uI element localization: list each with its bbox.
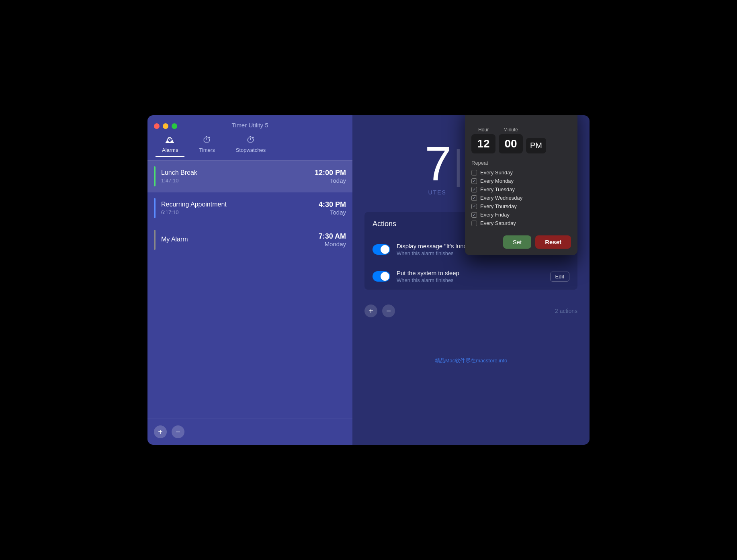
- tab-timers-label: Timers: [199, 147, 215, 153]
- alarm-info-2: Recurring Appointment 6:17:10: [161, 201, 319, 215]
- hour-value[interactable]: 12: [471, 134, 495, 153]
- monday-checkbox[interactable]: [471, 178, 477, 184]
- action-toggle-1[interactable]: [373, 271, 390, 282]
- tab-bar: 🕰 Alarms ⏱ Timers ⏱ Stopwatches: [147, 133, 352, 157]
- action-title-1: Put the system to sleep: [397, 270, 544, 276]
- day-row-friday[interactable]: Every Friday: [471, 211, 571, 219]
- alarm-time-3: 7:30 AM: [319, 232, 346, 241]
- tab-alarms-label: Alarms: [162, 147, 178, 153]
- action-row-1: Put the system to sleep When this alarm …: [364, 263, 577, 290]
- main-content: Edit Lunch Break Hour 12 Minute 00 PM Re…: [352, 115, 590, 445]
- day-row-sunday[interactable]: Every Sunday: [471, 168, 571, 177]
- minute-value[interactable]: 00: [499, 134, 523, 153]
- alarm-name-2: Recurring Appointment: [161, 201, 319, 208]
- friday-checkbox[interactable]: [471, 212, 477, 218]
- alarm-time-block-2: 4:30 PM Today: [319, 200, 346, 216]
- tab-stopwatches[interactable]: ⏱ Stopwatches: [229, 133, 272, 157]
- monday-label: Every Monday: [480, 178, 514, 184]
- alarm-list: Lunch Break 1:47:10 12:00 PM Today Recur…: [147, 160, 352, 419]
- popup-title: Edit Lunch Break: [465, 115, 577, 122]
- minimize-button[interactable]: [163, 123, 168, 129]
- alarm-info-3: My Alarm: [161, 236, 319, 244]
- titlebar: Timer Utility 5: [147, 115, 352, 133]
- remove-alarm-button[interactable]: −: [172, 425, 184, 438]
- action-edit-button-1[interactable]: Edit: [550, 272, 569, 282]
- watermark: 精品Mac软件尽在macstore.info: [435, 357, 508, 364]
- alarm-time: 12:00 PM: [315, 169, 346, 177]
- minutes-label: UTES: [428, 189, 446, 196]
- alarm-indicator-blue: [154, 198, 156, 218]
- add-action-button[interactable]: +: [364, 305, 377, 317]
- alarm-item-my-alarm[interactable]: My Alarm 7:30 AM Monday: [147, 224, 352, 255]
- maximize-button[interactable]: [172, 123, 177, 129]
- add-alarm-button[interactable]: +: [154, 425, 167, 438]
- sidebar-bottom: + −: [147, 419, 352, 445]
- thursday-checkbox[interactable]: [471, 204, 477, 209]
- action-toggle-0[interactable]: [373, 244, 390, 255]
- day-row-thursday[interactable]: Every Thursday: [471, 202, 571, 211]
- alarm-countdown: 1:47:10: [161, 178, 315, 184]
- day-row-saturday[interactable]: Every Saturday: [471, 219, 571, 227]
- alarm-countdown-2: 6:17:10: [161, 209, 319, 215]
- sunday-checkbox[interactable]: [471, 170, 477, 176]
- action-subtitle-1: When this alarm finishes: [397, 277, 544, 283]
- traffic-lights: [154, 123, 177, 129]
- actions-title: Actions: [373, 220, 396, 228]
- remove-action-button[interactable]: −: [382, 305, 395, 317]
- alarm-indicator-green: [154, 166, 156, 186]
- reset-button[interactable]: Reset: [535, 235, 571, 249]
- stopwatches-icon: ⏱: [246, 135, 255, 145]
- tab-alarms[interactable]: 🕰 Alarms: [156, 133, 184, 157]
- alarm-item-lunch-break[interactable]: Lunch Break 1:47:10 12:00 PM Today: [147, 160, 352, 192]
- minute-col: Minute 00: [499, 127, 523, 153]
- alarm-day-2: Today: [319, 209, 346, 216]
- minutes-value: 7: [425, 139, 450, 188]
- hour-label: Hour: [478, 127, 489, 133]
- popup-buttons: Set Reset: [465, 231, 577, 255]
- minute-label: Minute: [504, 127, 518, 133]
- alarm-day: Today: [315, 177, 346, 184]
- alarm-time-2: 4:30 PM: [319, 200, 346, 209]
- repeat-label: Repeat: [471, 160, 571, 166]
- time-picker: Hour 12 Minute 00 PM: [465, 122, 577, 158]
- tuesday-checkbox[interactable]: [471, 187, 477, 192]
- thursday-label: Every Thursday: [480, 203, 517, 209]
- timers-icon: ⏱: [203, 135, 211, 145]
- day-row-monday[interactable]: Every Monday: [471, 177, 571, 185]
- hour-col: Hour 12: [471, 127, 495, 153]
- main-bottom: + − 2 actions: [352, 298, 590, 324]
- edit-popup: Edit Lunch Break Hour 12 Minute 00 PM Re…: [465, 115, 577, 255]
- alarm-name-3: My Alarm: [161, 236, 319, 243]
- sidebar: Timer Utility 5 🕰 Alarms ⏱ Timers ⏱ Stop…: [147, 115, 352, 445]
- tab-stopwatches-label: Stopwatches: [236, 147, 266, 153]
- repeat-section: Repeat Every Sunday Every Monday Every T…: [465, 158, 577, 231]
- clock-divider: |: [453, 141, 464, 188]
- close-button[interactable]: [154, 123, 160, 129]
- alarms-icon: 🕰: [166, 135, 174, 145]
- alarm-info: Lunch Break 1:47:10: [161, 169, 315, 184]
- wednesday-label: Every Wednesday: [480, 195, 522, 201]
- friday-label: Every Friday: [480, 212, 510, 218]
- saturday-label: Every Saturday: [480, 220, 516, 226]
- sunday-label: Every Sunday: [480, 170, 513, 176]
- actions-count: 2 actions: [555, 308, 577, 314]
- action-text-1: Put the system to sleep When this alarm …: [397, 270, 544, 283]
- set-button[interactable]: Set: [503, 235, 532, 249]
- app-title: Timer Utility 5: [154, 122, 346, 129]
- alarm-name: Lunch Break: [161, 169, 315, 176]
- day-row-wednesday[interactable]: Every Wednesday: [471, 194, 571, 202]
- alarm-time-block: 12:00 PM Today: [315, 169, 346, 184]
- alarm-item-recurring[interactable]: Recurring Appointment 6:17:10 4:30 PM To…: [147, 192, 352, 224]
- day-row-tuesday[interactable]: Every Tuesday: [471, 185, 571, 194]
- saturday-checkbox[interactable]: [471, 221, 477, 226]
- alarm-time-block-3: 7:30 AM Monday: [319, 232, 346, 247]
- alarm-indicator-gray: [154, 230, 156, 250]
- minutes-section: 7 UTES: [425, 139, 450, 196]
- wednesday-checkbox[interactable]: [471, 195, 477, 201]
- tab-timers[interactable]: ⏱ Timers: [192, 133, 221, 157]
- tuesday-label: Every Tuesday: [480, 186, 515, 192]
- alarm-day-3: Monday: [319, 241, 346, 247]
- ampm-selector[interactable]: PM: [526, 138, 546, 153]
- app-window: Timer Utility 5 🕰 Alarms ⏱ Timers ⏱ Stop…: [147, 115, 590, 445]
